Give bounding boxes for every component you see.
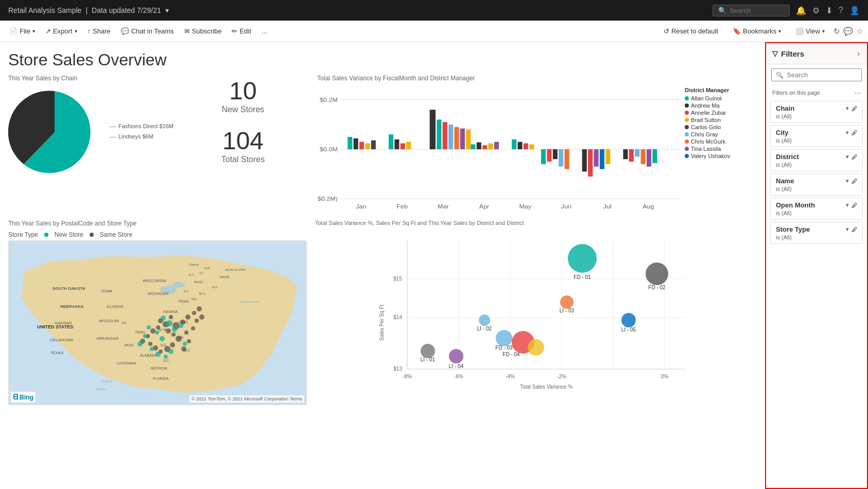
svg-point-101 (169, 315, 173, 319)
filter-chain-clear[interactable]: 🖊 (852, 106, 857, 112)
filter-store-type-chevron[interactable]: ▾ (846, 226, 848, 232)
svg-text:MISS.: MISS. (125, 343, 134, 347)
legend-manager-3: Brad Sutton (691, 117, 721, 123)
download-icon[interactable]: ⬇ (826, 6, 832, 15)
svg-text:Ottawa: Ottawa (189, 263, 199, 266)
svg-text:N.B.: N.B. (204, 267, 211, 270)
filter-store-type-clear[interactable]: 🖊 (852, 226, 857, 233)
subscribe-menu[interactable]: ✉ Subscribe (180, 25, 226, 37)
svg-text:Sales Per Sq Ft: Sales Per Sq Ft (379, 305, 385, 341)
svg-text:($0.2M): ($0.2M) (317, 196, 338, 202)
page-title: Store Sales Overview (8, 50, 757, 69)
filter-name[interactable]: Name ▾ 🖊 is (All) (770, 173, 863, 196)
svg-rect-16 (359, 142, 364, 149)
edit-menu[interactable]: ✏ Edit (228, 25, 255, 37)
reset-button[interactable]: ↺ Reset to default (658, 25, 724, 38)
user-icon[interactable]: 👤 (849, 6, 860, 15)
more-menu[interactable]: ... (257, 25, 271, 37)
help-icon[interactable]: ? (839, 6, 843, 15)
svg-text:MICHIGAN: MICHIGAN (148, 291, 168, 296)
svg-text:WISCONSIN: WISCONSIN (143, 278, 166, 283)
svg-point-104 (166, 328, 171, 334)
view-button[interactable]: ⬜ View ▾ (790, 25, 830, 38)
settings-icon[interactable]: ⚙ (812, 6, 820, 15)
chat-teams-menu[interactable]: 💬 Chat in Teams (117, 25, 178, 37)
svg-text:GEORGIA: GEORGIA (150, 366, 167, 370)
share-icon: ↑ (88, 27, 91, 35)
export-menu[interactable]: ↗ Export ▾ (41, 25, 81, 37)
legend-manager-8: Valery Ushakov (691, 153, 730, 159)
refresh-icon[interactable]: ↻ (834, 27, 840, 36)
map-copyright: © 2021 TomTom, © 2021 Microsoft Corporat… (189, 395, 304, 403)
filter-open-month-chevron[interactable]: ▾ (846, 202, 848, 208)
svg-rect-44 (605, 149, 610, 164)
svg-text:MASS: MASS (194, 281, 203, 284)
filter-city-name: City (776, 129, 789, 136)
svg-point-129 (155, 330, 159, 335)
svg-text:FD - 03: FD - 03 (495, 345, 513, 351)
svg-text:$14: $14 (393, 315, 402, 320)
filter-city-chevron[interactable]: ▾ (846, 130, 848, 135)
svg-point-112 (148, 342, 152, 346)
chevron-down-icon[interactable]: ▾ (165, 6, 169, 14)
variance-chart-section: Total Sales Variance by FiscalMonth and … (317, 75, 757, 216)
topbar: Retail Analysis Sample | Data updated 7/… (0, 0, 868, 21)
svg-point-124 (199, 315, 204, 320)
svg-text:$0.0M: $0.0M (320, 147, 338, 152)
svg-rect-14 (348, 137, 352, 149)
filter-city[interactable]: City ▾ 🖊 is (All) (770, 125, 863, 147)
filter-city-clear[interactable]: 🖊 (852, 130, 857, 136)
filter-name-chevron[interactable]: ▾ (846, 178, 848, 184)
filter-chain[interactable]: Chain ▾ 🖊 is (All) (770, 101, 863, 123)
map-section-label: This Year Sales by PostalCode and Store … (8, 220, 307, 227)
filter-open-month[interactable]: Open Month ▾ 🖊 is (All) (770, 198, 863, 220)
bookmarks-button[interactable]: 🔖 Bookmarks ▾ (727, 25, 787, 38)
svg-point-128 (179, 324, 183, 328)
svg-rect-24 (437, 119, 441, 149)
share-menu[interactable]: ↑ Share (83, 25, 115, 37)
svg-text:ALABAMA: ALABAMA (140, 354, 157, 357)
filter-chain-actions: ▾ 🖊 (846, 106, 857, 112)
svg-text:$13: $13 (393, 366, 402, 372)
filter-district-value: is (All) (776, 162, 857, 168)
svg-rect-50 (652, 149, 657, 163)
legend-manager-4: Carlos Grilo (691, 124, 721, 130)
global-search-input[interactable] (730, 7, 784, 14)
svg-point-162 (421, 344, 435, 358)
file-menu[interactable]: 📄 File ▾ (5, 25, 39, 37)
svg-point-135 (164, 355, 168, 359)
filter-chain-chevron[interactable]: ▾ (846, 106, 848, 111)
star-icon[interactable]: ☆ (856, 27, 863, 36)
svg-point-138 (183, 342, 187, 346)
more-options-icon[interactable]: ··· (855, 89, 861, 97)
svg-point-168 (449, 349, 463, 363)
comment-icon[interactable]: 💬 (843, 27, 853, 36)
filters-search-box[interactable]: 🔍 (771, 68, 862, 81)
global-search-box[interactable]: 🔍 (713, 5, 790, 16)
svg-rect-48 (641, 149, 646, 164)
svg-point-131 (143, 334, 147, 338)
filter-name-header: Name ▾ 🖊 (776, 177, 857, 185)
filters-collapse-button[interactable]: › (856, 48, 861, 59)
title-sep: | (85, 6, 88, 14)
filter-search-input[interactable] (787, 71, 857, 79)
svg-rect-25 (443, 122, 447, 149)
svg-point-116 (170, 342, 175, 347)
filters-panel: ▽ Filters › 🔍 Filters on this page ··· C… (765, 42, 868, 489)
svg-text:S.C: S.C (163, 359, 169, 362)
svg-text:Gulf of: Gulf of (101, 379, 112, 383)
filter-name-clear[interactable]: 🖊 (852, 178, 857, 184)
export-icon: ↗ (45, 27, 51, 35)
filter-district-chevron[interactable]: ▾ (846, 154, 848, 160)
svg-point-123 (195, 319, 199, 323)
svg-point-107 (184, 330, 188, 335)
legend-manager-0: Allan Guinot (691, 95, 722, 101)
filter-district[interactable]: District ▾ 🖊 is (All) (770, 149, 863, 171)
filter-open-month-clear[interactable]: 🖊 (852, 202, 857, 208)
filter-chain-name: Chain (776, 104, 794, 112)
svg-text:Total Sales Variance %: Total Sales Variance % (520, 384, 572, 390)
filter-district-clear[interactable]: 🖊 (852, 154, 857, 160)
filter-store-type[interactable]: Store Type ▾ 🖊 is (All) (770, 222, 863, 244)
map-container[interactable]: SOUTH DAKOTA NEBRASKA KANSAS OKLAHOMA TE… (8, 240, 307, 405)
notification-icon[interactable]: 🔔 (796, 6, 806, 15)
